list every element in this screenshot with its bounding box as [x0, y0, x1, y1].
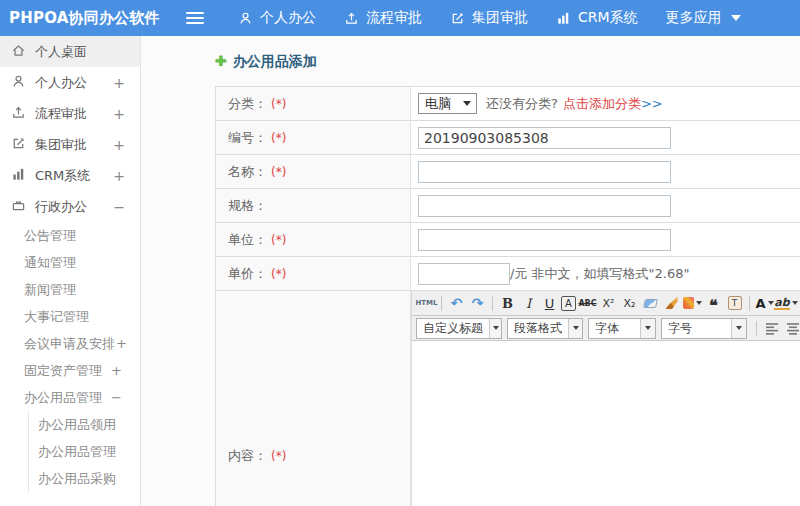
expand-plus-icon[interactable]: +: [116, 336, 127, 351]
rich-text-editor: HTML ↶ ↷ B I U A ABC X² X₂: [411, 291, 800, 506]
topnav-workflow-approval[interactable]: 流程审批: [344, 9, 422, 27]
number-input[interactable]: [418, 127, 671, 149]
category-select[interactable]: 电脑: [418, 93, 477, 114]
sidebar-label: 通知管理: [24, 254, 76, 272]
sidebar-item-fixed-assets-mgmt[interactable]: 固定资产管理+: [0, 357, 140, 384]
sidebar-item-supplies-claim[interactable]: 办公用品领用: [29, 411, 140, 438]
custom-heading-select[interactable]: 自定义标题: [416, 318, 502, 339]
caret-down-icon: [731, 319, 746, 338]
expand-plus-icon[interactable]: +: [113, 137, 125, 153]
field-label: 单价：(*): [216, 257, 411, 290]
underline-icon[interactable]: U: [540, 294, 559, 313]
user-icon: [238, 11, 253, 26]
sidebar-item-personal-desktop[interactable]: 个人桌面: [0, 36, 140, 67]
align-left-icon[interactable]: [762, 319, 781, 338]
topbar: PHPOA协同办公软件 个人办公 流程审批 集团审批 CRM系统 更多应用: [0, 0, 800, 36]
paste-text-icon[interactable]: T: [725, 294, 744, 313]
collapse-minus-icon[interactable]: −: [111, 390, 122, 405]
add-plus-icon: ✚: [215, 51, 227, 72]
strikethrough-icon[interactable]: ABC: [578, 294, 597, 313]
sidebar-item-crm[interactable]: CRM系统 +: [0, 160, 140, 191]
sidebar-label: 集团审批: [35, 136, 87, 154]
price-input[interactable]: [418, 263, 510, 285]
sidebar-label: 办公用品采购: [38, 470, 116, 488]
sidebar-label: 新闻管理: [24, 281, 76, 299]
editor-content[interactable]: [412, 341, 800, 506]
font-size-select[interactable]: 字号: [661, 318, 747, 339]
form-row-unit: 单位：(*): [216, 223, 800, 257]
field-label: 内容：(*): [216, 291, 411, 506]
edit-icon: [11, 136, 26, 154]
topnav-more-apps[interactable]: 更多应用: [666, 9, 741, 27]
sidebar-item-notice-mgmt[interactable]: 通知管理: [0, 249, 140, 276]
sidebar-item-events-mgmt[interactable]: 大事记管理: [0, 303, 140, 330]
sidebar-item-office-supplies-mgmt[interactable]: 办公用品管理−: [0, 384, 140, 411]
add-category-link[interactable]: 点击添加分类: [563, 95, 641, 113]
sidebar-label: CRM系统: [35, 167, 90, 185]
sidebar-item-news-mgmt[interactable]: 新闻管理: [0, 276, 140, 303]
sidebar-label: 大事记管理: [24, 308, 89, 326]
format-brush-icon[interactable]: [662, 294, 681, 313]
category-hint: 还没有分类?: [486, 95, 558, 113]
field-value: 电脑 还没有分类? 点击添加分类 >>: [411, 87, 800, 120]
topnav-label: 流程审批: [366, 9, 422, 27]
sidebar-item-meeting-mgmt[interactable]: 会议申请及安排+: [0, 330, 140, 357]
redo-icon[interactable]: ↷: [468, 294, 487, 313]
sidebar-item-personal-office[interactable]: 个人办公 +: [0, 67, 140, 98]
form-row-price: 单价：(*) /元 非中文，如填写格式"2.68": [216, 257, 800, 291]
superscript-icon[interactable]: X²: [599, 294, 618, 313]
paragraph-format-select[interactable]: 段落格式: [507, 318, 583, 339]
page-title-text: 办公用品添加: [233, 51, 317, 72]
field-value: [411, 121, 800, 154]
undo-icon[interactable]: ↶: [447, 294, 466, 313]
bold-icon[interactable]: B: [498, 294, 517, 313]
expand-plus-icon[interactable]: +: [111, 363, 122, 378]
expand-plus-icon[interactable]: +: [113, 168, 125, 184]
sidebar-item-workflow-approval[interactable]: 流程审批 +: [0, 98, 140, 129]
briefcase-icon: [11, 198, 26, 216]
font-family-select[interactable]: 字体: [588, 318, 656, 339]
html-source-icon[interactable]: HTML: [417, 294, 436, 313]
main-content: ✚ 办公用品添加 分类：(*) 电脑 还没有分类? 点击添加分类 >> 编: [141, 36, 800, 506]
sidebar-label: 个人办公: [35, 74, 87, 92]
font-color-icon[interactable]: A: [755, 294, 774, 313]
form-row-spec: 规格：: [216, 189, 800, 223]
sidebar-label: 流程审批: [35, 105, 87, 123]
blockquote-icon[interactable]: ❝: [704, 294, 723, 313]
sidebar-label: 行政办公: [35, 198, 87, 216]
sidebar-item-supplies-purchase[interactable]: 办公用品采购: [29, 465, 140, 492]
unit-input[interactable]: [418, 229, 671, 251]
sidebar-item-admin-office[interactable]: 行政办公 −: [0, 191, 140, 222]
sidebar-label: 公告管理: [24, 227, 76, 245]
sidebar-item-supplies-manage[interactable]: 办公用品管理: [29, 438, 140, 465]
sidebar-label: 办公用品领用: [38, 416, 116, 434]
name-input[interactable]: [418, 161, 671, 183]
field-value: [411, 223, 800, 256]
expand-plus-icon[interactable]: +: [113, 106, 125, 122]
expand-plus-icon[interactable]: +: [113, 75, 125, 91]
subscript-icon[interactable]: X₂: [620, 294, 639, 313]
align-center-icon[interactable]: [783, 319, 800, 338]
field-label: 分类：(*): [216, 87, 411, 120]
spec-input[interactable]: [418, 195, 671, 217]
topnav-crm[interactable]: CRM系统: [556, 9, 638, 27]
form-row-number: 编号：(*): [216, 121, 800, 155]
topnav-group-approval[interactable]: 集团审批: [450, 9, 528, 27]
collapse-minus-icon[interactable]: −: [113, 199, 125, 215]
caret-down-icon: [463, 101, 471, 106]
sidebar-item-group-approval[interactable]: 集团审批 +: [0, 129, 140, 160]
caret-down-icon: [731, 15, 741, 21]
hamburger-icon[interactable]: [186, 12, 204, 24]
topnav-personal-office[interactable]: 个人办公: [238, 9, 316, 27]
topnav-label: 个人办公: [260, 9, 316, 27]
user-icon: [11, 74, 26, 92]
sidebar-item-announcement-mgmt[interactable]: 公告管理: [0, 222, 140, 249]
eraser-icon[interactable]: [641, 294, 660, 313]
add-category-link-arrows[interactable]: >>: [641, 96, 663, 111]
font-box-icon[interactable]: A: [561, 296, 576, 311]
caret-down-icon: [696, 301, 702, 305]
highlight-color-icon[interactable]: ab: [776, 294, 796, 313]
italic-icon[interactable]: I: [519, 294, 538, 313]
quick-format-icon[interactable]: [683, 294, 702, 313]
form-row-content: 内容：(*) HTML ↶ ↷ B I U A: [216, 291, 800, 506]
